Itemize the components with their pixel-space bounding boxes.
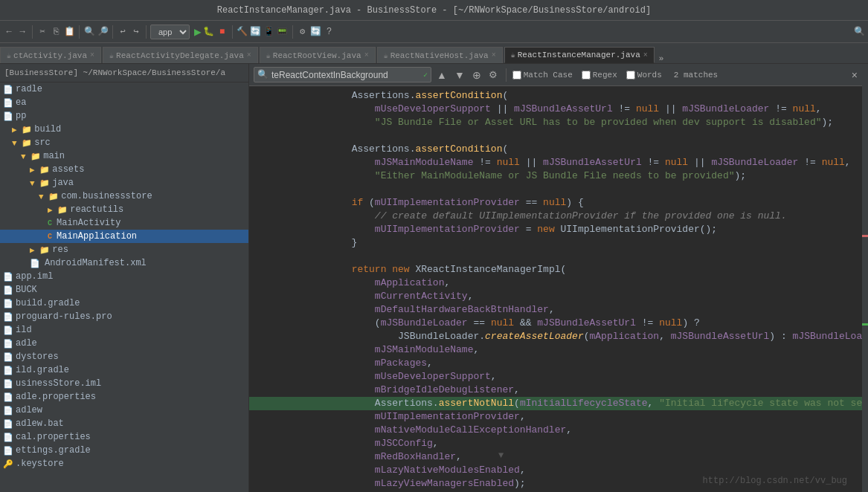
- tree-item-gradleprops[interactable]: 📄 adle.properties: [0, 390, 248, 404]
- fold-indicator-1[interactable]: ▼: [498, 450, 504, 461]
- debug-icon[interactable]: 🐛: [203, 26, 215, 38]
- code-area[interactable]: Assertions.assertCondition( mUseDevelope…: [249, 86, 862, 492]
- tree-item-com-businessstore[interactable]: ▼ 📁 com.businessstore: [0, 190, 248, 203]
- tree-item-buildgradle[interactable]: 📄 build.gradle: [0, 297, 248, 310]
- app-selector[interactable]: app: [150, 25, 190, 39]
- code-line-empty3: [249, 250, 862, 263]
- sdk-icon[interactable]: ⚙: [297, 26, 309, 38]
- tree-item-keystore[interactable]: 🔑 .keystore: [0, 457, 248, 470]
- undo-icon[interactable]: ↩: [117, 26, 129, 38]
- tab-close-reactinstancemanager[interactable]: ×: [643, 51, 648, 59]
- folder-icon-assets: ▶ 📁: [30, 165, 50, 175]
- words-checkbox[interactable]: [626, 71, 635, 80]
- sync-icon[interactable]: 🔄: [250, 26, 262, 38]
- tree-item-build[interactable]: ▶ 📁 build: [0, 123, 248, 136]
- sep5: [232, 25, 233, 39]
- file-icon-businessiml: 📄: [3, 379, 13, 389]
- find-filter-button[interactable]: ⊕: [470, 69, 483, 81]
- tab-reactactivity[interactable]: ☕ ReactActivityDelegate.java ×: [103, 47, 258, 63]
- code-line-28: mRedBoxHandler,: [249, 450, 862, 464]
- code-line-15: mApplication,: [249, 276, 862, 290]
- title-bar: ReactInstanceManager.java - BusinessStor…: [0, 0, 868, 21]
- sep2: [79, 25, 80, 39]
- tree-item-businessstoreibml[interactable]: 📄 usinessStore.iml: [0, 377, 248, 390]
- code-line-17: mDefaultHardwareBackBtnHandler,: [249, 303, 862, 317]
- find-prev-button[interactable]: ▲: [434, 69, 449, 81]
- find-input-wrap: 🔍 ✓: [254, 67, 431, 82]
- find-icon[interactable]: 🔎: [97, 26, 109, 38]
- tree-item-gradlew[interactable]: 📄 adlew: [0, 404, 248, 417]
- file-icon-buck: 📄: [3, 285, 13, 295]
- device-icon[interactable]: 📱: [263, 26, 275, 38]
- find-sep: [506, 68, 507, 82]
- find-close-button[interactable]: ×: [852, 69, 858, 81]
- more-tabs-icon[interactable]: »: [659, 54, 664, 63]
- tree-item-reactutils[interactable]: ▶ 📁 reactutils: [0, 203, 248, 216]
- help-icon[interactable]: ?: [324, 26, 335, 38]
- find-next-button[interactable]: ▼: [452, 69, 467, 81]
- tree-item-radle[interactable]: 📄 radle: [0, 82, 248, 96]
- words-option[interactable]: Words: [626, 71, 662, 80]
- tree-item-ea[interactable]: 📄 ea: [0, 96, 248, 109]
- tab-reactinstancemanager[interactable]: ☕ ReactInstanceManager.java ×: [504, 47, 655, 63]
- paste-icon[interactable]: 📋: [63, 26, 75, 38]
- avd-icon[interactable]: 📟: [277, 26, 289, 38]
- regex-checkbox[interactable]: [582, 71, 591, 80]
- cut-icon[interactable]: ✂: [36, 26, 48, 38]
- tab-close-reactnativehost[interactable]: ×: [492, 51, 496, 59]
- tree-item-java[interactable]: ▼ 📁 java: [0, 176, 248, 190]
- tab-ctactivity[interactable]: ☕ ctActivity.java ×: [0, 47, 101, 63]
- file-tree: 📄 radle 📄 ea 📄 pp ▶ 📁 build ▼ 📁 src ▼ 📁: [0, 82, 248, 492]
- tree-item-localprops[interactable]: 📄 cal.properties: [0, 430, 248, 444]
- copy-icon[interactable]: ⎘: [50, 26, 62, 38]
- code-line-5: Assertions.assertCondition(: [249, 143, 862, 156]
- tree-item-src[interactable]: ▼ 📁 src: [0, 136, 248, 149]
- search-icon-find: 🔍: [257, 69, 269, 80]
- code-line-11: mUIImplementationProvider = new UIImplem…: [249, 223, 862, 236]
- tree-item-buck[interactable]: 📄 BUCK: [0, 283, 248, 297]
- tree-item-assets[interactable]: ▶ 📁 assets: [0, 163, 248, 176]
- match-case-checkbox[interactable]: [512, 71, 521, 80]
- match-case-option[interactable]: Match Case: [512, 71, 573, 80]
- code-line-20: mJSMainModuleName,: [249, 343, 862, 357]
- tree-item-mainapplication[interactable]: C MainApplication: [0, 230, 248, 243]
- tree-item-adle[interactable]: 📄 adle: [0, 337, 248, 350]
- tab-close-reactactivity[interactable]: ×: [247, 51, 251, 59]
- find-input[interactable]: [271, 70, 420, 80]
- tab-reactnativehost[interactable]: ☕ ReactNativeHost.java ×: [377, 47, 503, 63]
- tree-item-ild[interactable]: 📄 ild: [0, 323, 248, 337]
- tab-close-reactrootview[interactable]: ×: [364, 51, 369, 59]
- tree-item-appiml[interactable]: 📄 app.iml: [0, 270, 248, 283]
- redo-icon[interactable]: ↪: [130, 26, 142, 38]
- file-icon-pp: 📄: [3, 111, 13, 121]
- search-everywhere[interactable]: 🔍: [853, 26, 865, 38]
- tree-item-proguard[interactable]: 📄 proguard-rules.pro: [0, 310, 248, 323]
- forward-icon[interactable]: →: [16, 26, 28, 38]
- file-icon-keystore: 🔑: [3, 459, 13, 469]
- run-button[interactable]: ▶: [194, 25, 202, 39]
- tab-reactrootview[interactable]: ☕ ReactRootView.java ×: [260, 47, 376, 63]
- refresh-icon[interactable]: 🔄: [310, 26, 322, 38]
- main-content: [BusinessStore] ~/RNWorkSpace/BusinessSt…: [0, 64, 868, 492]
- code-line-6: mJSMainModuleName != null || mJSBundleAs…: [249, 156, 862, 169]
- tree-item-ildgradle[interactable]: 📄 ild.gradle: [0, 363, 248, 377]
- search-icon[interactable]: 🔍: [83, 26, 95, 38]
- regex-option[interactable]: Regex: [582, 71, 617, 80]
- tree-item-androidmanifest[interactable]: 📄 AndroidManifest.xml: [0, 256, 248, 270]
- back-icon[interactable]: ←: [3, 26, 15, 38]
- code-line-24: Assertions.assertNotNull(mInitialLifecyc…: [249, 397, 862, 410]
- tree-item-keystores[interactable]: 📄 dystores: [0, 350, 248, 363]
- java-icon-mainapplication: C: [48, 233, 52, 241]
- find-settings-button[interactable]: ⚙: [486, 69, 500, 80]
- tree-item-pp[interactable]: 📄 pp: [0, 109, 248, 123]
- build-icon[interactable]: 🔨: [237, 26, 248, 38]
- tree-item-res[interactable]: ▶ 📁 res: [0, 243, 248, 256]
- stop-icon[interactable]: ■: [216, 26, 228, 38]
- tree-item-mainactivity[interactable]: C MainActivity: [0, 216, 248, 230]
- tab-close-ctactivity[interactable]: ×: [90, 51, 94, 59]
- code-line-18: (mJSBundleLoader == null && mJSBundleAss…: [249, 317, 862, 330]
- tree-item-main[interactable]: ▼ 📁 main: [0, 149, 248, 163]
- sep3: [112, 25, 113, 39]
- tree-item-gradlewbat[interactable]: 📄 adlew.bat: [0, 417, 248, 430]
- tree-item-settingsgradle[interactable]: 📄 ettings.gradle: [0, 444, 248, 457]
